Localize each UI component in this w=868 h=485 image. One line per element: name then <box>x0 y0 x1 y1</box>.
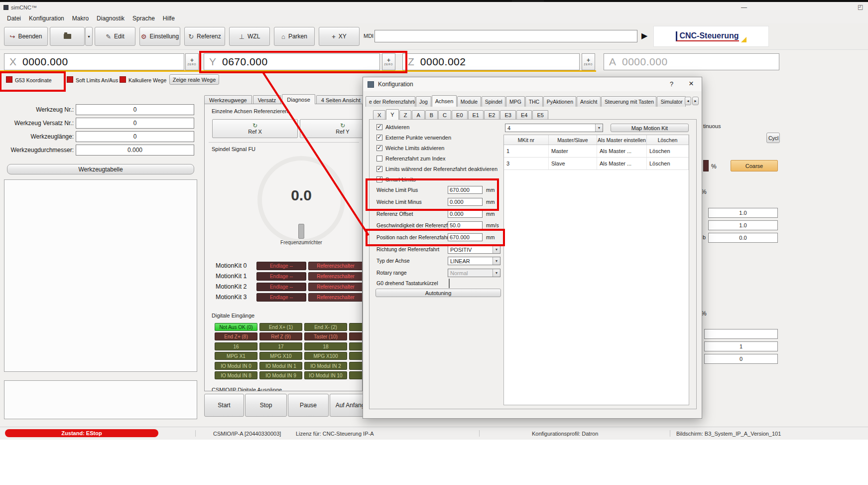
weiche-limit-minus-input[interactable]: 0.000 <box>448 198 483 206</box>
g53-checkbox[interactable] <box>6 76 12 83</box>
axis-tab-e2[interactable]: E2 <box>484 110 499 120</box>
din-end-x-minus[interactable]: End X- (2) <box>304 323 347 331</box>
xy-zero-button[interactable]: + XY <box>319 27 360 46</box>
value-box[interactable]: 1.0 <box>708 220 778 230</box>
menu-hilfe[interactable]: Hilfe <box>159 14 179 23</box>
din-mpg-x1[interactable]: MPG X1 <box>215 352 257 360</box>
menu-diagnostik[interactable]: Diagnostik <box>93 14 128 23</box>
din-io-modul-in-0[interactable]: IO Modul IN 0 <box>215 362 257 370</box>
motionkit-0-referenz-button[interactable]: Referenzschalter <box>308 262 363 270</box>
tab-versatz[interactable]: Versatz <box>253 95 281 104</box>
din-cell[interactable]: IO <box>349 362 363 370</box>
g0-drehend-checkbox[interactable] <box>449 279 450 288</box>
axis-tab-e1[interactable]: E1 <box>468 110 484 120</box>
axis-tab-e3[interactable]: E3 <box>500 110 515 120</box>
externe-punkte-checkbox[interactable] <box>376 135 382 141</box>
din-16[interactable]: 16 <box>215 342 257 350</box>
tab-ansicht[interactable]: Ansicht <box>577 96 601 107</box>
tab-scroll-left-icon[interactable]: ◂ <box>685 97 691 105</box>
typ-der-achse-select[interactable]: LINEAR ▾ <box>448 257 500 265</box>
help-icon[interactable]: ? <box>670 80 673 88</box>
motionkit-3-endlage-button[interactable]: Endlage -- <box>256 293 306 302</box>
din-17[interactable]: 17 <box>259 342 302 350</box>
din-mpg-x10[interactable]: MPG X10 <box>259 352 302 360</box>
axis-tab-c[interactable]: C <box>438 110 451 120</box>
kalkuliere-wege-checkbox[interactable] <box>120 76 126 83</box>
cell-als-master-button[interactable]: Als Master ... <box>597 145 647 157</box>
motionkit-1-referenz-button[interactable]: Referenzschalter <box>308 272 363 281</box>
zero-y-button[interactable]: + ZERO <box>382 53 395 70</box>
tab-scroll-right-icon[interactable]: ▸ <box>692 97 699 105</box>
din-cell[interactable] <box>349 342 363 350</box>
value-box[interactable]: 1.0 <box>708 208 778 218</box>
din-io-modul-in-9[interactable]: IO Modul IN 9 <box>259 371 302 379</box>
din-18[interactable]: 18 <box>304 342 347 350</box>
din-not-aus-ok[interactable]: Not Aus OK (0) <box>215 323 257 331</box>
play-icon[interactable]: ▶ <box>641 31 647 40</box>
zeige-reale-wege-button[interactable]: Zeige reale Wege <box>169 74 219 85</box>
din-cell[interactable] <box>349 352 363 360</box>
value-box[interactable]: 1 <box>704 341 778 351</box>
menu-konfiguration[interactable]: Konfiguration <box>25 14 68 23</box>
axis-tab-e0[interactable]: E0 <box>452 110 467 120</box>
limits-deaktivieren-checkbox[interactable] <box>376 166 382 172</box>
ref-zum-index-checkbox[interactable] <box>376 156 382 162</box>
din-cell[interactable] <box>349 332 363 340</box>
din-io-modul-in-2[interactable]: IO Modul IN 2 <box>304 362 347 370</box>
tab-thc[interactable]: THC <box>525 96 543 107</box>
tab-module[interactable]: Module <box>457 96 481 107</box>
din-cell[interactable] <box>349 323 363 331</box>
ref-x-button[interactable]: ↻ Ref X <box>212 119 298 138</box>
werkzeug-versatz-input[interactable]: 0 <box>76 118 194 129</box>
cell-als-master-button[interactable]: Als Master ... <box>597 158 647 169</box>
menu-sprache[interactable]: Sprache <box>128 14 159 23</box>
aktivieren-checkbox[interactable] <box>376 124 382 130</box>
cell-loeschen-button[interactable]: Löschen <box>647 145 689 157</box>
axis-tab-y[interactable]: Y <box>386 109 398 120</box>
tab-mpg[interactable]: MPG <box>506 96 525 107</box>
din-mpg-x100[interactable]: MPG X100 <box>304 352 347 360</box>
restore-button[interactable]: ◰ <box>858 3 863 10</box>
axis-tab-a[interactable]: A <box>412 110 424 120</box>
coarse-button[interactable]: Coarse <box>731 160 778 171</box>
din-cell[interactable] <box>349 371 363 379</box>
werkzeugtabelle-button[interactable]: Werkzeugtabelle <box>7 164 194 174</box>
menu-datei[interactable]: Datei <box>3 14 25 23</box>
open-file-button[interactable] <box>50 27 85 46</box>
tab-jog[interactable]: Jog <box>416 96 431 107</box>
tab-diagnose[interactable]: Diagnose <box>282 94 315 104</box>
minimize-button[interactable]: — <box>741 4 747 11</box>
werkzeug-nr-input[interactable]: 0 <box>76 104 194 115</box>
mdi-input[interactable] <box>374 30 637 42</box>
motionkit-3-referenz-button[interactable]: Referenzschalter <box>308 293 363 302</box>
din-taster[interactable]: Taster (10) <box>304 332 347 340</box>
werkzeuglaenge-input[interactable]: 0 <box>76 131 194 142</box>
weiche-limit-plus-input[interactable]: 670.000 <box>448 186 483 194</box>
din-end-x-plus[interactable]: End X+ (1) <box>259 323 302 331</box>
value-box[interactable] <box>704 329 778 339</box>
din-ref-z[interactable]: Ref Z (9) <box>259 332 302 340</box>
motionkit-2-referenz-button[interactable]: Referenzschalter <box>308 283 363 291</box>
tab-4-seiten-ansicht[interactable]: 4 Seiten Ansicht <box>316 95 366 104</box>
tab-spindel[interactable]: Spindel <box>482 96 505 107</box>
spindle-slider-handle[interactable] <box>298 224 304 239</box>
edit-button[interactable]: ✎ Edit <box>95 27 135 46</box>
pause-button[interactable]: Pause <box>288 394 329 417</box>
referenz-offset-input[interactable]: 0.000 <box>448 210 483 218</box>
axis-tab-z[interactable]: Z <box>399 110 412 120</box>
motionkit-1-endlage-button[interactable]: Endlage -- <box>256 272 306 281</box>
zero-x-button[interactable]: + ZERO <box>185 53 199 70</box>
referenz-button[interactable]: ↻ Referenz <box>184 27 225 46</box>
wzl-button[interactable]: ⊥ WZL <box>229 27 270 46</box>
value-box[interactable]: 0.0 <box>708 233 778 243</box>
din-end-z-plus[interactable]: End Z+ (8) <box>215 332 257 340</box>
din-io-modul-in-10[interactable]: IO Modul IN 10 <box>304 371 347 379</box>
zero-z-button[interactable]: + ZERO <box>582 53 595 70</box>
axis-tab-x[interactable]: X <box>373 110 385 120</box>
geschwindigkeit-input[interactable]: 50.0 <box>448 221 483 229</box>
werkzeugdurchmesser-input[interactable]: 0.000 <box>76 145 194 156</box>
cycle-button-fragment[interactable]: Cycl <box>766 133 780 143</box>
position-nach-ref-input[interactable]: 670.000 <box>448 233 483 241</box>
tab-werkzeugwege[interactable]: Werkzeugwege <box>204 95 252 104</box>
richtung-select[interactable]: POSITIV ▾ <box>448 245 500 254</box>
